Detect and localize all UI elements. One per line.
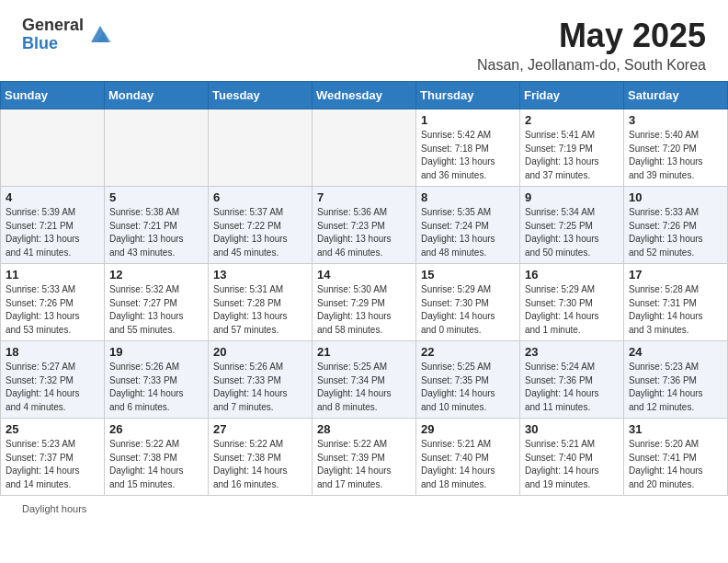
day-number: 2	[525, 113, 619, 127]
day-number: 16	[525, 268, 619, 282]
day-info: Sunrise: 5:32 AM Sunset: 7:27 PM Dayligh…	[109, 283, 203, 337]
calendar-day-cell: 25Sunrise: 5:23 AM Sunset: 7:37 PM Dayli…	[1, 419, 105, 496]
calendar-day-cell: 16Sunrise: 5:29 AM Sunset: 7:30 PM Dayli…	[520, 264, 624, 341]
month-title: May 2025	[477, 17, 706, 55]
day-info: Sunrise: 5:36 AM Sunset: 7:23 PM Dayligh…	[317, 206, 411, 259]
page-header: General Blue May 2025 Nasan, Jeollanam-d…	[0, 0, 728, 81]
day-number: 29	[421, 422, 515, 436]
day-number: 27	[213, 422, 307, 436]
calendar-day-cell: 18Sunrise: 5:27 AM Sunset: 7:32 PM Dayli…	[1, 341, 105, 419]
calendar-week-row: 11Sunrise: 5:33 AM Sunset: 7:26 PM Dayli…	[1, 264, 728, 341]
calendar-day-cell: 22Sunrise: 5:25 AM Sunset: 7:35 PM Dayli…	[416, 341, 520, 419]
day-info: Sunrise: 5:21 AM Sunset: 7:40 PM Dayligh…	[421, 438, 515, 491]
calendar-day-cell	[209, 109, 313, 187]
calendar-day-cell: 9Sunrise: 5:34 AM Sunset: 7:25 PM Daylig…	[520, 187, 624, 264]
calendar-day-cell: 14Sunrise: 5:30 AM Sunset: 7:29 PM Dayli…	[313, 264, 416, 341]
calendar-day-cell: 31Sunrise: 5:20 AM Sunset: 7:41 PM Dayli…	[624, 419, 728, 496]
calendar-day-cell: 12Sunrise: 5:32 AM Sunset: 7:27 PM Dayli…	[105, 264, 209, 341]
day-info: Sunrise: 5:21 AM Sunset: 7:40 PM Dayligh…	[525, 438, 619, 491]
calendar-day-cell: 19Sunrise: 5:26 AM Sunset: 7:33 PM Dayli…	[105, 341, 209, 419]
day-number: 5	[109, 190, 203, 204]
day-number: 7	[317, 190, 411, 204]
day-info: Sunrise: 5:34 AM Sunset: 7:25 PM Dayligh…	[525, 206, 619, 259]
calendar-day-cell: 23Sunrise: 5:24 AM Sunset: 7:36 PM Dayli…	[520, 341, 624, 419]
day-number: 24	[629, 345, 722, 359]
day-number: 28	[317, 422, 411, 436]
day-info: Sunrise: 5:27 AM Sunset: 7:32 PM Dayligh…	[6, 361, 99, 414]
calendar-day-cell: 28Sunrise: 5:22 AM Sunset: 7:39 PM Dayli…	[313, 419, 416, 496]
calendar-day-cell: 6Sunrise: 5:37 AM Sunset: 7:22 PM Daylig…	[209, 187, 313, 264]
title-area: May 2025 Nasan, Jeollanam-do, South Kore…	[477, 17, 706, 74]
calendar-week-row: 25Sunrise: 5:23 AM Sunset: 7:37 PM Dayli…	[1, 419, 728, 496]
calendar-day-cell: 21Sunrise: 5:25 AM Sunset: 7:34 PM Dayli…	[313, 341, 416, 419]
calendar-day-cell: 29Sunrise: 5:21 AM Sunset: 7:40 PM Dayli…	[416, 419, 520, 496]
day-number: 18	[6, 345, 99, 359]
day-info: Sunrise: 5:24 AM Sunset: 7:36 PM Dayligh…	[525, 361, 619, 414]
calendar-day-cell: 20Sunrise: 5:26 AM Sunset: 7:33 PM Dayli…	[209, 341, 313, 419]
calendar-day-cell: 27Sunrise: 5:22 AM Sunset: 7:38 PM Dayli…	[209, 419, 313, 496]
weekday-header: Tuesday	[209, 82, 313, 109]
day-info: Sunrise: 5:30 AM Sunset: 7:29 PM Dayligh…	[317, 283, 411, 337]
day-number: 8	[421, 190, 515, 204]
logo-blue: Blue	[22, 35, 84, 53]
calendar-week-row: 4Sunrise: 5:39 AM Sunset: 7:21 PM Daylig…	[1, 187, 728, 264]
logo-general: General	[22, 17, 84, 35]
day-number: 15	[421, 268, 515, 282]
day-info: Sunrise: 5:37 AM Sunset: 7:22 PM Dayligh…	[213, 206, 307, 259]
day-number: 26	[109, 422, 203, 436]
calendar-day-cell: 7Sunrise: 5:36 AM Sunset: 7:23 PM Daylig…	[313, 187, 416, 264]
day-info: Sunrise: 5:38 AM Sunset: 7:21 PM Dayligh…	[109, 206, 203, 259]
day-info: Sunrise: 5:33 AM Sunset: 7:26 PM Dayligh…	[6, 283, 99, 337]
day-number: 19	[109, 345, 203, 359]
day-info: Sunrise: 5:28 AM Sunset: 7:31 PM Dayligh…	[629, 283, 722, 337]
day-number: 30	[525, 422, 619, 436]
calendar-day-cell: 10Sunrise: 5:33 AM Sunset: 7:26 PM Dayli…	[624, 187, 728, 264]
weekday-header: Monday	[105, 82, 209, 109]
day-number: 3	[629, 113, 722, 127]
logo: General Blue	[22, 17, 113, 53]
calendar-day-cell: 15Sunrise: 5:29 AM Sunset: 7:30 PM Dayli…	[416, 264, 520, 341]
calendar-day-cell: 13Sunrise: 5:31 AM Sunset: 7:28 PM Dayli…	[209, 264, 313, 341]
calendar-day-cell: 2Sunrise: 5:41 AM Sunset: 7:19 PM Daylig…	[520, 109, 624, 187]
day-info: Sunrise: 5:26 AM Sunset: 7:33 PM Dayligh…	[109, 361, 203, 414]
day-number: 14	[317, 268, 411, 282]
calendar-day-cell: 8Sunrise: 5:35 AM Sunset: 7:24 PM Daylig…	[416, 187, 520, 264]
day-info: Sunrise: 5:22 AM Sunset: 7:39 PM Dayligh…	[317, 438, 411, 491]
day-number: 1	[421, 113, 515, 127]
weekday-header: Saturday	[624, 82, 728, 109]
day-info: Sunrise: 5:41 AM Sunset: 7:19 PM Dayligh…	[525, 129, 619, 182]
calendar-day-cell: 24Sunrise: 5:23 AM Sunset: 7:36 PM Dayli…	[624, 341, 728, 419]
day-number: 10	[629, 190, 722, 204]
day-number: 21	[317, 345, 411, 359]
day-info: Sunrise: 5:20 AM Sunset: 7:41 PM Dayligh…	[629, 438, 722, 491]
day-info: Sunrise: 5:39 AM Sunset: 7:21 PM Dayligh…	[6, 206, 99, 259]
day-info: Sunrise: 5:22 AM Sunset: 7:38 PM Dayligh…	[213, 438, 307, 491]
daylight-label: Daylight hours	[22, 503, 86, 514]
calendar-week-row: 18Sunrise: 5:27 AM Sunset: 7:32 PM Dayli…	[1, 341, 728, 419]
weekday-header: Wednesday	[313, 82, 416, 109]
day-info: Sunrise: 5:25 AM Sunset: 7:34 PM Dayligh…	[317, 361, 411, 414]
day-info: Sunrise: 5:29 AM Sunset: 7:30 PM Dayligh…	[421, 283, 515, 337]
day-info: Sunrise: 5:23 AM Sunset: 7:36 PM Dayligh…	[629, 361, 722, 414]
day-number: 6	[213, 190, 307, 204]
day-number: 31	[629, 422, 722, 436]
day-info: Sunrise: 5:31 AM Sunset: 7:28 PM Dayligh…	[213, 283, 307, 337]
calendar-day-cell: 3Sunrise: 5:40 AM Sunset: 7:20 PM Daylig…	[624, 109, 728, 187]
day-number: 12	[109, 268, 203, 282]
weekday-header: Friday	[520, 82, 624, 109]
day-info: Sunrise: 5:40 AM Sunset: 7:20 PM Dayligh…	[629, 129, 722, 182]
day-info: Sunrise: 5:25 AM Sunset: 7:35 PM Dayligh…	[421, 361, 515, 414]
calendar-day-cell: 30Sunrise: 5:21 AM Sunset: 7:40 PM Dayli…	[520, 419, 624, 496]
day-number: 9	[525, 190, 619, 204]
calendar-day-cell: 17Sunrise: 5:28 AM Sunset: 7:31 PM Dayli…	[624, 264, 728, 341]
day-number: 4	[6, 190, 99, 204]
calendar-day-cell	[1, 109, 105, 187]
calendar-day-cell	[105, 109, 209, 187]
day-number: 20	[213, 345, 307, 359]
day-number: 22	[421, 345, 515, 359]
weekday-header: Sunday	[1, 82, 105, 109]
location-title: Nasan, Jeollanam-do, South Korea	[477, 57, 706, 74]
logo-text: General Blue	[22, 17, 84, 53]
weekday-header: Thursday	[416, 82, 520, 109]
day-number: 23	[525, 345, 619, 359]
